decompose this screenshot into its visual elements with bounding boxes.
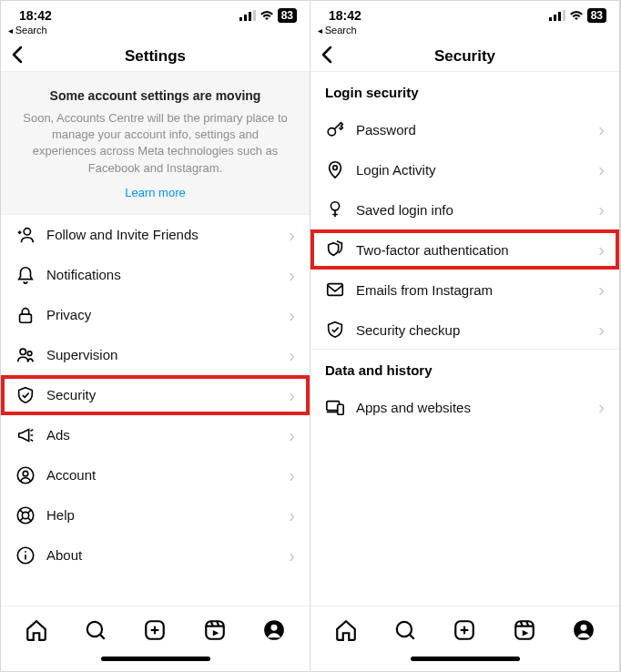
svg-point-38 <box>331 202 339 210</box>
wifi-icon <box>260 10 274 21</box>
plus-square-icon <box>143 618 167 642</box>
tab-home[interactable] <box>23 616 50 644</box>
banner-heading: Some account settings are moving <box>19 88 291 103</box>
devices-icon <box>325 397 345 417</box>
info-icon <box>15 545 36 565</box>
svg-point-20 <box>25 551 26 553</box>
chevron-right-icon: › <box>598 280 605 299</box>
chevron-right-icon: › <box>598 398 605 416</box>
svg-rect-39 <box>328 284 343 296</box>
row-label: Login Activity <box>356 162 598 178</box>
megaphone-icon <box>15 425 36 445</box>
back-to-search[interactable]: Search <box>1 23 310 41</box>
tab-profile[interactable] <box>570 616 597 644</box>
svg-rect-34 <box>558 12 561 21</box>
row-privacy[interactable]: Privacy › <box>1 295 310 335</box>
screen-security: 18:42 83 Search Security Login security … <box>310 1 620 671</box>
row-label: Emails from Instagram <box>356 282 598 298</box>
svg-rect-33 <box>554 15 556 21</box>
settings-list: Follow and Invite Friends › Notification… <box>1 215 310 606</box>
chevron-right-icon: › <box>289 546 295 565</box>
reels-icon <box>203 618 227 642</box>
row-ads[interactable]: Ads › <box>1 415 310 455</box>
profile-filled-icon <box>262 618 286 642</box>
life-ring-icon <box>15 505 36 525</box>
row-label: Security <box>46 387 289 402</box>
chevron-right-icon: › <box>289 426 295 444</box>
location-pin-icon <box>325 159 345 179</box>
chevron-right-icon: › <box>598 160 605 178</box>
svg-point-37 <box>333 166 338 170</box>
row-security-checkup[interactable]: Security checkup › <box>310 310 619 350</box>
home-indicator <box>310 653 619 671</box>
tab-create[interactable] <box>141 616 168 644</box>
svg-rect-42 <box>338 404 343 414</box>
tab-reels[interactable] <box>201 616 229 644</box>
row-follow-invite[interactable]: Follow and Invite Friends › <box>1 215 310 255</box>
row-emails[interactable]: Emails from Instagram › <box>310 270 619 310</box>
row-security[interactable]: Security › <box>1 375 310 415</box>
chevron-left-icon <box>10 46 23 64</box>
cellular-icon <box>549 10 565 21</box>
tab-search[interactable] <box>392 616 419 644</box>
chevron-right-icon: › <box>289 266 295 284</box>
search-icon <box>393 618 417 642</box>
search-icon <box>84 618 107 642</box>
tab-profile[interactable] <box>260 616 288 644</box>
svg-rect-0 <box>239 17 242 21</box>
people-icon <box>15 345 36 365</box>
banner-learn-more[interactable]: Learn more <box>19 186 291 199</box>
row-login-activity[interactable]: Login Activity › <box>310 149 619 189</box>
chevron-right-icon: › <box>598 120 605 138</box>
row-notifications[interactable]: Notifications › <box>1 255 310 295</box>
svg-rect-3 <box>253 10 256 21</box>
back-button[interactable] <box>320 46 332 67</box>
tab-home[interactable] <box>332 616 360 644</box>
back-to-search[interactable]: Search <box>310 23 619 41</box>
status-bar: 18:42 83 <box>1 1 310 23</box>
back-button[interactable] <box>10 46 23 67</box>
svg-line-17 <box>28 518 32 522</box>
chevron-right-icon: › <box>289 226 295 244</box>
tab-bar <box>310 606 619 653</box>
svg-line-44 <box>410 634 414 638</box>
row-label: Apps and websites <box>356 400 598 415</box>
shield-check-icon <box>325 320 345 340</box>
tab-create[interactable] <box>451 616 478 644</box>
plus-square-icon <box>453 618 476 642</box>
banner-body: Soon, Accounts Centre will be the primar… <box>19 110 291 177</box>
row-password[interactable]: Password › <box>310 109 619 149</box>
row-label: Password <box>356 122 598 137</box>
tab-reels[interactable] <box>511 616 538 644</box>
key-icon <box>325 119 345 139</box>
row-help[interactable]: Help › <box>1 495 310 535</box>
svg-point-43 <box>397 621 412 636</box>
bell-icon <box>15 265 36 285</box>
add-person-icon <box>15 225 36 245</box>
svg-rect-26 <box>206 621 224 639</box>
row-apps-websites[interactable]: Apps and websites › <box>310 387 619 427</box>
section-data-history: Data and history <box>310 350 619 387</box>
svg-line-15 <box>28 509 32 513</box>
row-about[interactable]: About › <box>1 535 310 575</box>
row-label: Ads <box>46 427 289 443</box>
key-round-icon <box>325 199 345 219</box>
section-login-security: Login security <box>310 72 619 109</box>
page-title: Security <box>310 47 619 66</box>
row-supervision[interactable]: Supervision › <box>1 335 310 375</box>
chevron-right-icon: › <box>289 466 295 484</box>
svg-point-4 <box>24 228 30 234</box>
page-title: Settings <box>1 47 310 66</box>
svg-point-53 <box>581 624 587 630</box>
chevron-right-icon: › <box>598 200 605 219</box>
mail-icon <box>325 280 345 300</box>
reels-icon <box>513 618 536 642</box>
row-two-factor[interactable]: Two-factor authentication › <box>310 229 619 270</box>
row-account[interactable]: Account › <box>1 455 310 495</box>
tab-search[interactable] <box>82 616 109 644</box>
row-saved-login[interactable]: Saved login info › <box>310 189 619 229</box>
home-indicator <box>1 653 310 671</box>
svg-point-9 <box>27 351 32 356</box>
svg-point-8 <box>20 349 25 354</box>
row-label: Account <box>46 467 289 483</box>
